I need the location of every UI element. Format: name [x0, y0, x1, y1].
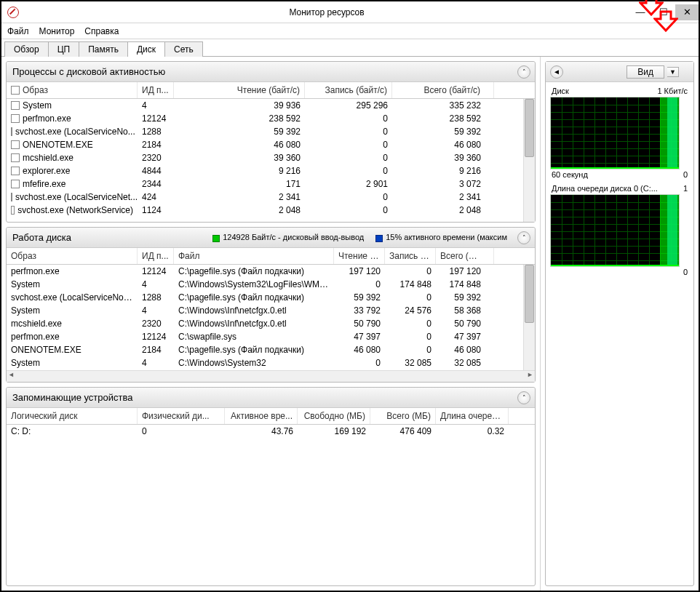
cell: 0.32 [436, 425, 509, 437]
cell: 197 120 [436, 265, 494, 277]
view-dropdown-icon[interactable]: ▼ [667, 67, 679, 77]
col-file[interactable]: Файл [174, 248, 334, 264]
table-row[interactable]: perfmon.exe12124C:\swapfile.sys47 397047… [7, 330, 535, 343]
table-row[interactable]: svchost.exe (LocalServiceNo...128859 392… [7, 125, 535, 138]
panel-storage-title: Запоминающие устройства [12, 392, 132, 403]
cell: perfmon.exe [7, 331, 138, 343]
panel-storage-header[interactable]: Запоминающие устройства ˄ [7, 388, 535, 408]
checkbox[interactable] [11, 101, 20, 110]
cell: C:\Windows\Inf\netcfgx.0.etl [174, 318, 334, 329]
panel-processes-header[interactable]: Процессы с дисковой активностью ˄ [7, 62, 535, 82]
table-row[interactable]: svchost.exe (NetworkService)11242 04802 … [7, 204, 535, 217]
cell: 0 [305, 152, 392, 164]
tab-cpu[interactable]: ЦП [48, 41, 80, 57]
close-button[interactable]: ✕ [675, 4, 699, 20]
cell: 4844 [138, 165, 174, 177]
cell: C:\Windows\System32 [174, 357, 334, 369]
cell: 0 [305, 113, 392, 124]
table-row[interactable]: svchost.exe (LocalServiceNet...4242 3410… [7, 191, 535, 204]
table-row[interactable]: perfmon.exe12124C:\pagefile.sys (Файл по… [7, 265, 535, 278]
collapse-icon[interactable]: ˄ [517, 391, 530, 404]
chart-title-label: Диск [552, 87, 569, 95]
table-row[interactable]: mcshield.exe2320C:\Windows\Inf\netcfgx.0… [7, 317, 535, 330]
scrollbar[interactable] [523, 99, 535, 222]
col-write[interactable]: Запись (б... [385, 248, 436, 264]
cell: 39 360 [392, 152, 494, 164]
table-row[interactable]: mcshield.exe232039 360039 360 [7, 151, 535, 164]
scrollbar-h[interactable] [7, 370, 535, 382]
checkbox[interactable] [11, 114, 20, 123]
nav-back-button[interactable]: ◄ [550, 65, 563, 79]
cell: perfmon.exe [7, 113, 138, 124]
checkbox[interactable] [11, 167, 20, 175]
tab-disk[interactable]: Диск [127, 41, 165, 57]
col-logical[interactable]: Логический диск [7, 408, 138, 424]
col-free[interactable]: Свободно (МБ) [298, 408, 370, 424]
col-queue[interactable]: Длина очеред... [436, 408, 509, 424]
table-row[interactable]: svchost.exe (LocalServiceNoNet...1288C:\… [7, 291, 535, 304]
stat-io: 124928 Байт/с - дисковый ввод-вывод [212, 233, 364, 241]
table-row[interactable]: perfmon.exe12124238 5920238 592 [7, 112, 535, 125]
menu-monitor[interactable]: Монитор [39, 26, 75, 36]
minimize-button[interactable]: — [629, 4, 652, 20]
table-row[interactable]: C: D:043.76169 192476 4090.32 [7, 425, 535, 438]
chart-value-label: 1 Кбит/с [657, 87, 688, 95]
chart-canvas [550, 97, 680, 169]
table-row[interactable]: explorer.exe48449 21609 216 [7, 164, 535, 177]
stat-active: 15% активного времени (максим [375, 233, 507, 241]
col-image[interactable]: Образ [7, 248, 138, 264]
tab-memory[interactable]: Память [79, 41, 128, 57]
cell: 4 [138, 357, 174, 369]
cell: 1124 [138, 204, 174, 216]
table-row[interactable]: System4C:\Windows\Inf\netcfgx.0.etl33 79… [7, 304, 535, 317]
cell: 46 080 [436, 344, 494, 356]
table-row[interactable]: System4C:\Windows\System32\LogFiles\WMI\… [7, 278, 535, 291]
cell: mcshield.exe [7, 152, 138, 164]
cell: 171 [174, 178, 305, 190]
panel-disk-activity-header[interactable]: Работа диска 124928 Байт/с - дисковый вв… [7, 228, 535, 248]
cell: 59 392 [436, 292, 494, 303]
view-button[interactable]: Вид [627, 65, 664, 79]
checkbox[interactable] [11, 140, 20, 149]
table-row[interactable]: System4C:\Windows\System32032 08532 085 [7, 356, 535, 369]
col-active[interactable]: Активное вре... [225, 408, 298, 424]
col-physical[interactable]: Физический ди... [138, 408, 225, 424]
checkbox[interactable] [11, 206, 15, 215]
col-pid[interactable]: ИД п... [138, 82, 174, 98]
checkbox[interactable] [11, 193, 12, 201]
col-read[interactable]: Чтение (байт/с) [174, 82, 305, 98]
cell: ONENOTEM.EXE [7, 344, 138, 356]
checkbox[interactable] [11, 153, 20, 162]
col-total[interactable]: Всего (ба... [436, 248, 494, 264]
cell: 47 397 [334, 331, 385, 343]
cell: 335 232 [392, 100, 494, 111]
collapse-icon[interactable]: ˄ [517, 231, 530, 244]
cell: 0 [138, 425, 225, 437]
table-row[interactable]: System439 936295 296335 232 [7, 99, 535, 112]
tab-network[interactable]: Сеть [164, 41, 203, 57]
collapse-icon[interactable]: ˄ [517, 65, 530, 79]
col-total[interactable]: Всего (байт/с) [392, 82, 494, 98]
col-read[interactable]: Чтение (б... [334, 248, 385, 264]
col-total[interactable]: Всего (МБ) [370, 408, 436, 424]
col-image[interactable]: Образ [7, 82, 138, 98]
checkbox[interactable] [11, 180, 20, 188]
cell: 0 [385, 292, 436, 303]
checkbox[interactable] [11, 127, 12, 136]
cell: 2184 [138, 139, 174, 151]
tab-overview[interactable]: Обзор [4, 41, 49, 57]
table-row[interactable]: mfefire.exe23441712 9013 072 [7, 177, 535, 191]
checkbox[interactable] [11, 86, 20, 95]
chart-sub-right: 0 [683, 170, 688, 179]
col-write[interactable]: Запись (байт/с) [305, 82, 392, 98]
menu-help[interactable]: Справка [84, 26, 119, 36]
menu-file[interactable]: Файл [7, 26, 29, 36]
maximize-button[interactable]: ☐ [652, 4, 675, 20]
table-row[interactable]: ONENOTEM.EXE218446 080046 080 [7, 138, 535, 151]
chart-title-label: Длина очереди диска 0 (C:... [552, 184, 658, 193]
cell: 59 392 [174, 126, 305, 137]
col-pid[interactable]: ИД п... [138, 248, 174, 264]
cell: 2 048 [392, 204, 494, 216]
scrollbar[interactable] [523, 265, 535, 370]
table-row[interactable]: ONENOTEM.EXE2184C:\pagefile.sys (Файл по… [7, 343, 535, 356]
